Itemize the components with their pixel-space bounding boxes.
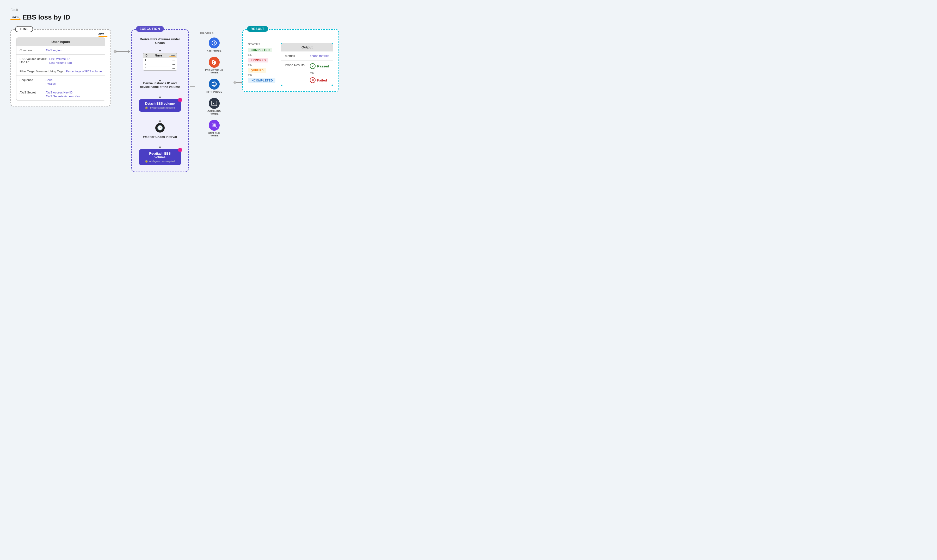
detach-ebs-button[interactable]: Detach EBS volume 🔒 Privilege access req… (139, 99, 181, 112)
metrics-row: Metrics chaos metrics (281, 51, 333, 60)
svg-line-18 (215, 126, 216, 128)
exec-to-probes-connector (189, 86, 196, 87)
aws-corner-logo: aws (99, 32, 107, 37)
input-label-filter: Filter Target Volumes Using Tags (20, 70, 63, 73)
passed-icon: ✓ (310, 63, 316, 69)
connector-line (190, 86, 195, 87)
table-mini-header: ID Name aws (143, 53, 177, 58)
tune-badge: TUNE (15, 26, 33, 32)
table-col-id: ID (145, 54, 148, 57)
exec-table: ID Name aws 1— 2— 3— (143, 53, 177, 71)
exec-arrow-5 (160, 142, 160, 147)
result-inner: STATUS COMPLETED OR ERRORED OR QUEUED OR… (248, 40, 333, 86)
parallel-link[interactable]: Parallel (46, 82, 56, 85)
status-incompleted: INCOMPLETED (248, 78, 276, 83)
failed-icon: ✕ (310, 77, 316, 83)
table-row-3: 3— (143, 66, 177, 70)
failed-item: ✕ Failed (310, 77, 329, 83)
aws-access-key-link[interactable]: AWS Access Key ID (46, 91, 80, 94)
input-row-aws-secret: AWS Secret AWS Access Key ID AWS Secrete… (16, 88, 105, 100)
svg-point-19 (213, 124, 215, 126)
pink-corner-2 (178, 148, 182, 152)
clock-icon: 🕐 (155, 123, 165, 132)
result-section: RESULT STATUS COMPLETED OR ERRORED OR QU… (242, 29, 339, 92)
prometheus-probe-name: PROMETHEUSPROBE (205, 69, 223, 74)
serial-link[interactable]: Serial (46, 78, 56, 82)
input-values-common: AWS region (46, 49, 62, 52)
aws-region-link[interactable]: AWS region (46, 49, 62, 52)
command-probe-item: COMMANDPROBE (200, 98, 228, 115)
exec-arrow-4 (160, 116, 160, 121)
probe-results-inner: Probe Results ✓ Passed OR ✕ Failed (285, 63, 329, 83)
passed-label: Passed (317, 64, 329, 68)
exec-arrow-1 (160, 46, 160, 51)
percentage-ebs-link[interactable]: Percentage of EBS volume (66, 70, 102, 73)
svg-line-9 (212, 44, 213, 45)
tune-section: TUNE aws User Inputs Common AWS region E… (11, 29, 111, 106)
execution-badge: EXECUTION (136, 26, 164, 32)
http-probe-icon (209, 78, 220, 89)
input-label-sequence: Sequence (20, 78, 43, 82)
passed-item: ✓ Passed (310, 63, 329, 69)
main-flow: TUNE aws User Inputs Common AWS region E… (11, 29, 926, 172)
ebs-volume-tag-link[interactable]: EBS Volume Tag (49, 61, 72, 64)
svg-line-6 (212, 42, 213, 42)
input-row-ebs: EBS Volume details:One Of EBS volume ID … (16, 54, 105, 67)
table-row-1: 1— (143, 58, 177, 62)
input-label-aws-secret: AWS Secret (20, 91, 43, 94)
exec-arrow-3 (160, 92, 160, 97)
connector-arrow-line (236, 82, 241, 83)
reattach-privilege-badge: 🔒 Privilege access required (143, 160, 177, 163)
input-row-filter: Filter Target Volumes Using Tags Percent… (16, 67, 105, 75)
probe-results-label: Probe Results (285, 63, 306, 67)
reattach-ebs-button[interactable]: Re-attach EBS Volume 🔒 Privilege access … (139, 149, 181, 165)
exec-step-derive-text: Derive EBS Volumes under Chaos (139, 37, 181, 45)
execution-section: EXECUTION Derive EBS Volumes under Chaos… (131, 29, 189, 172)
metrics-value[interactable]: chaos metrics (310, 54, 329, 58)
table-row-2: 2— (143, 62, 177, 66)
status-completed: COMPLETED (248, 48, 273, 52)
prometheus-probe-icon (209, 57, 220, 68)
input-values-sequence: Serial Parallel (46, 78, 56, 85)
input-values-filter: Percentage of EBS volume (66, 70, 102, 73)
probes-label: PROBES (200, 32, 228, 35)
svg-line-8 (215, 42, 216, 42)
exec-step-wait: 🕐 Wait for Chaos Interval (138, 115, 182, 139)
probes-to-result-connector (232, 81, 242, 84)
exec-step-instance-text: Derive instance ID and device name of th… (139, 82, 181, 89)
table-col-name: Name (155, 54, 162, 57)
detach-button-label: Detach EBS volume (143, 102, 177, 105)
command-probe-name: COMMANDPROBE (207, 110, 221, 115)
status-errored: ERRORED (248, 58, 269, 63)
input-label-ebs: EBS Volume details:One Of (20, 57, 46, 63)
reattach-button-label: Re-attach EBS Volume (143, 152, 177, 159)
output-box: Output Metrics chaos metrics Probe Resul… (281, 43, 333, 86)
metrics-label: Metrics (285, 54, 306, 58)
detach-privilege-text: Privilege access required (149, 106, 175, 109)
privilege-icon-1: 🔒 (145, 106, 148, 109)
failed-label: Failed (317, 78, 327, 82)
probes-section: PROBES K8S PROBE (196, 29, 232, 144)
k8s-probe-icon (209, 37, 220, 48)
input-values-ebs: EBS volume ID EBS Volume Tag (49, 57, 72, 64)
status-column: STATUS COMPLETED OR ERRORED OR QUEUED OR… (248, 43, 276, 86)
aws-mini-badge: aws (169, 54, 175, 57)
reattach-privilege-text: Privilege access required (149, 160, 175, 163)
command-probe-icon (209, 98, 220, 109)
srm-probe-item: SRM SLOPROBE (200, 120, 228, 137)
probe-results-values: ✓ Passed OR ✕ Failed (310, 63, 329, 83)
input-row-sequence: Sequence Serial Parallel (16, 75, 105, 88)
ebs-volume-id-link[interactable]: EBS volume ID (49, 57, 72, 60)
page-title: aws EBS loss by ID (11, 13, 926, 22)
aws-secret-access-key-link[interactable]: AWS Secrete Access Key (46, 95, 80, 98)
result-badge: RESULT (247, 26, 268, 32)
exec-step-reattach: Re-attach EBS Volume 🔒 Privilege access … (138, 142, 182, 166)
tune-to-execution-arrow (111, 50, 131, 53)
or-1: OR (248, 53, 276, 57)
status-title: STATUS (248, 43, 276, 46)
exec-arrow-2 (160, 76, 160, 80)
svg-rect-15 (211, 101, 217, 106)
user-inputs-box: User Inputs Common AWS region EBS Volume… (16, 37, 105, 101)
http-probe-name: HTTP PROBE (206, 91, 222, 93)
svg-line-7 (215, 44, 216, 45)
